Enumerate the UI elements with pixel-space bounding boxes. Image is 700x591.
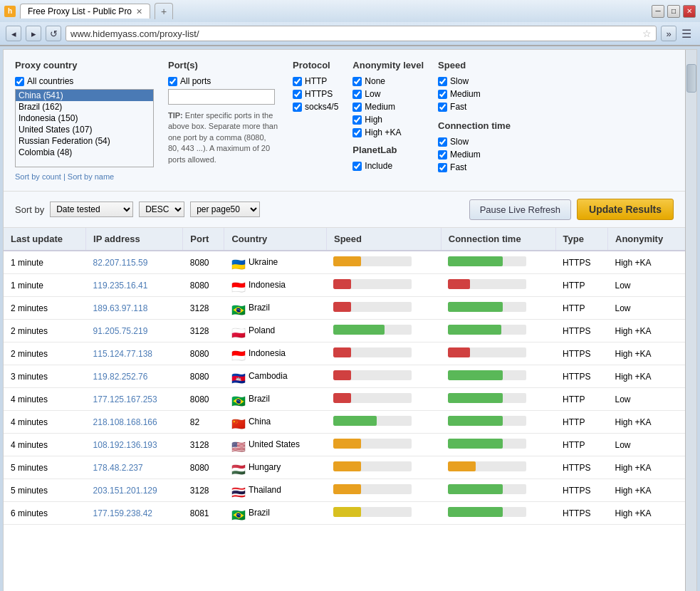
country-list[interactable]: China (541) Brazil (162) Indonesia (150)…	[15, 89, 154, 167]
forward-button[interactable]: ▸	[26, 26, 41, 41]
table-row: 6 minutes 177.159.238.42 8081 🇧🇷Brazil H…	[4, 502, 685, 525]
anon-none-row: None	[352, 76, 424, 86]
country-flag: 🇺🇸	[231, 440, 246, 450]
planetlab-checkbox[interactable]	[352, 162, 362, 171]
cell-anonymity: High +KA	[608, 411, 686, 434]
protocol-http-checkbox[interactable]	[293, 77, 302, 86]
ip-link[interactable]: 91.205.75.219	[93, 326, 148, 336]
cell-country: 🇧🇷Brazil	[224, 502, 327, 525]
port-input[interactable]	[168, 89, 275, 105]
country-colombia[interactable]: Colombia (48)	[16, 147, 153, 158]
ip-link[interactable]: 178.48.2.237	[93, 463, 143, 473]
bookmark-icon[interactable]: ☆	[642, 28, 652, 39]
cell-ip: 108.192.136.193	[86, 434, 183, 456]
conn-bar-fill	[448, 347, 470, 357]
cell-country: 🇮🇩Indonesia	[224, 342, 327, 365]
protocol-label: Protocol	[293, 60, 338, 70]
conn-bar-fill	[448, 416, 503, 426]
cell-type: HTTPS	[555, 479, 607, 502]
protocol-https-checkbox[interactable]	[293, 90, 302, 99]
anon-medium-checkbox[interactable]	[352, 103, 362, 112]
speed-bar	[333, 370, 412, 380]
speed-fast-checkbox[interactable]	[438, 103, 447, 112]
nav-bar: ◂ ▸ ↺ www.hidemyass.com/proxy-list/ ☆ » …	[0, 22, 700, 46]
ip-link[interactable]: 108.192.136.193	[93, 440, 157, 450]
cell-country: 🇰🇭Cambodia	[224, 365, 327, 388]
conn-medium-checkbox[interactable]	[438, 150, 447, 159]
ports-filter: Port(s) All ports TIP: Enter specific po…	[168, 60, 278, 165]
all-ports-checkbox[interactable]	[168, 77, 177, 86]
speed-slow-label: Slow	[450, 76, 469, 86]
speed-medium-checkbox[interactable]	[438, 90, 447, 99]
ip-link[interactable]: 119.235.16.41	[93, 281, 148, 291]
close-button[interactable]: ✕	[683, 5, 696, 18]
ip-link[interactable]: 218.108.168.166	[93, 417, 157, 427]
country-indonesia[interactable]: Indonesia (150)	[16, 113, 153, 124]
sort-field-select[interactable]: Date tested Last update Speed Connection…	[50, 202, 133, 217]
new-tab-button[interactable]: +	[155, 3, 173, 19]
speed-slow-checkbox[interactable]	[438, 77, 447, 86]
ip-link[interactable]: 82.207.115.59	[93, 258, 148, 268]
ip-link[interactable]: 203.151.201.129	[93, 486, 157, 496]
all-ports-row: All ports	[168, 76, 278, 86]
anon-low-checkbox[interactable]	[352, 90, 362, 99]
ip-link[interactable]: 119.82.252.76	[93, 372, 148, 382]
back-button[interactable]: ◂	[6, 26, 21, 41]
anon-high-ka-checkbox[interactable]	[352, 128, 362, 137]
ip-link[interactable]: 177.125.167.253	[93, 394, 157, 404]
page-wrapper: Proxy country All countries China (541) …	[0, 46, 700, 591]
scrollbar-track[interactable]	[685, 50, 696, 591]
cell-speed	[326, 434, 441, 456]
conn-slow-checkbox[interactable]	[438, 137, 447, 147]
cell-last-update: 5 minutes	[4, 479, 86, 502]
country-china[interactable]: China (541)	[16, 90, 153, 101]
speed-bar	[333, 484, 412, 494]
table-row: 4 minutes 108.192.136.193 3128 🇺🇸United …	[4, 434, 685, 456]
conn-slow-row: Slow	[438, 137, 511, 147]
extensions-button[interactable]: »	[661, 26, 677, 41]
minimize-button[interactable]: ─	[652, 5, 664, 18]
sort-by-label: Sort by	[15, 204, 44, 215]
anon-none-checkbox[interactable]	[352, 77, 362, 86]
conn-fast-checkbox[interactable]	[438, 163, 447, 172]
protocol-https-row: HTTPS	[293, 89, 338, 99]
ip-link[interactable]: 177.159.238.42	[93, 508, 152, 518]
country-brazil[interactable]: Brazil (162)	[16, 101, 153, 113]
sort-by-count-link[interactable]: Sort by count	[15, 172, 61, 181]
speed-bar	[333, 416, 412, 426]
menu-icon[interactable]: ☰	[679, 26, 694, 41]
cell-port: 8081	[183, 502, 224, 525]
update-results-button[interactable]: Update Results	[577, 199, 674, 220]
cell-anonymity: Low	[608, 388, 686, 411]
refresh-button[interactable]: ↺	[46, 26, 61, 41]
speed-bar-fill	[333, 370, 350, 380]
country-russia[interactable]: Russian Federation (54)	[16, 135, 153, 147]
cell-port: 3128	[183, 434, 224, 456]
tab-close-button[interactable]: ✕	[136, 7, 142, 16]
address-bar[interactable]: www.hidemyass.com/proxy-list/ ☆	[66, 26, 657, 41]
protocol-socks-checkbox[interactable]	[293, 103, 302, 112]
speed-bar-fill	[333, 256, 361, 266]
cell-type: HTTPS	[555, 502, 607, 525]
ip-link[interactable]: 189.63.97.118	[93, 303, 148, 313]
planetlab-include-row: Include	[352, 161, 424, 171]
speed-bar	[333, 325, 412, 335]
ports-label: Port(s)	[168, 60, 278, 70]
protocol-filter: Protocol HTTP HTTPS socks4/5	[293, 60, 338, 112]
speed-slow-row: Slow	[438, 76, 511, 86]
browser-tab[interactable]: Free Proxy List - Public Pro ✕	[20, 4, 150, 19]
country-united-states[interactable]: United States (107)	[16, 124, 153, 135]
pause-live-refresh-button[interactable]: Pause Live Refresh	[469, 199, 571, 220]
sort-by-name-link[interactable]: Sort by name	[68, 172, 114, 181]
cell-ip: 177.125.167.253	[86, 388, 183, 411]
cell-ip: 177.159.238.42	[86, 502, 183, 525]
anon-high-checkbox[interactable]	[352, 115, 362, 125]
ip-link[interactable]: 115.124.77.138	[93, 349, 152, 359]
sort-order-select[interactable]: DESC ASC	[139, 202, 184, 217]
scrollbar-thumb[interactable]	[686, 64, 696, 93]
country-flag: 🇧🇷	[231, 303, 246, 313]
per-page-select[interactable]: per page50 per page30 per page100	[190, 202, 260, 217]
all-countries-checkbox[interactable]	[15, 77, 24, 86]
all-countries-label: All countries	[27, 76, 73, 86]
maximize-button[interactable]: □	[667, 5, 680, 18]
